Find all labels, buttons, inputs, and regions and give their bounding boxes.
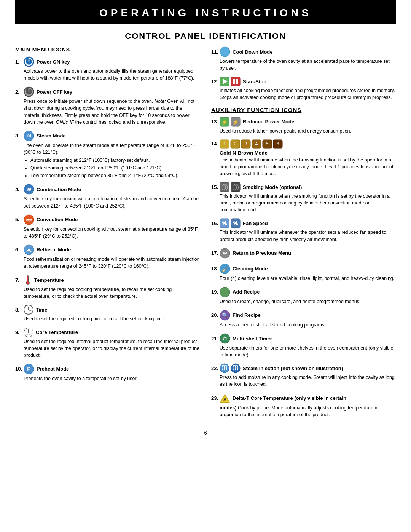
svg-text:↓: ↓ [224,49,226,55]
cool-down-icon: ↓ [220,46,230,57]
svg-point-52 [223,222,226,224]
item-label-23: Delta-T Core Temperature (only visible i… [233,395,346,401]
svg-point-20 [24,307,25,308]
item-label-19: Add Recipe [233,289,260,295]
fan-speed-icon [220,218,241,228]
page-number: 6 [15,430,396,436]
item-body-9: Used to set the required internal produc… [24,338,200,359]
item-body-10: Preheats the oven cavity to a temperatur… [24,375,200,382]
item-label-20: Find Recipe [233,312,261,318]
svg-rect-31 [233,79,235,84]
item-label-22: Steam Injection (not shown on illustrati… [243,366,343,371]
item-label-16: Fan Speed [243,220,268,226]
item-preheat-mode: 10. P Preheat Mode Preheats the oven cav… [15,364,200,382]
time-icon [24,305,33,315]
svg-text:4: 4 [255,141,258,147]
item-body-22: Press to add moisture in any cooking mod… [220,374,396,388]
svg-text:2: 2 [234,141,237,147]
item-num-18: 18. [211,266,218,272]
item-gold-n-brown: 14. 1 2 3 4 5 6 Gold-N-Brown Mode [211,139,396,177]
item-power-on: 1. Power ON key Activates power to the o… [15,56,200,81]
gold-n-brown-icon: 1 2 3 4 5 6 [220,139,283,149]
item-body-21: Use separate timers for one or more shel… [220,345,396,358]
item-num-7: 7. [15,277,22,283]
item-num-6: 6. [15,247,22,252]
item-num-11: 11. [211,49,218,55]
item-label-10: Preheat Mode [37,366,69,372]
item-label-14: Gold-N-Brown Mode [220,150,268,156]
combination-mode-icon: ≋ [24,184,34,195]
item-body-16: This indicator will illuminate whenever … [220,229,396,243]
delta-t-icon: Δ [220,393,230,404]
item-time: 8. Time Used to set the required cooking… [15,305,200,322]
svg-text:+: + [223,289,226,295]
item-body-1: Activates power to the oven and automati… [24,68,200,81]
item-body-15: This indicator will illuminate when the … [220,193,396,213]
temperature-icon [24,275,32,285]
item-num-17: 17. [211,250,218,256]
svg-text:3: 3 [245,141,247,147]
convection-mode-icon: ≋≋ [24,214,34,225]
item-find-recipe: 20. 🔍 Find Recipe Access a menu list of … [211,310,396,328]
item-num-21: 21. [211,336,218,342]
steam-mode-icon [24,131,34,141]
item-num-13: 13. [211,119,218,125]
item-steam-mode: 3. Steam Mode The oven will operate in t… [15,131,200,179]
section-title: CONTROL PANEL IDENTIFICATION [15,31,396,41]
item-body-20: Access a menu list of all stored cooking… [220,321,396,328]
left-column: MAIN MENU ICONS 1. Power ON key Activate… [15,46,200,423]
main-menu-title: MAIN MENU ICONS [15,46,200,53]
item-label-2: Power OFF key [37,89,72,95]
item-num-8: 8. [15,307,22,313]
header-title: OPERATING INSTRUCTIONS [99,7,312,19]
item-num-1: 1. [15,59,22,65]
svg-text:6: 6 [277,141,279,147]
item-body-11: Lowers temperature of the oven cavity at… [220,58,396,72]
item-num-22: 22. [211,366,218,371]
item-body-6: Food rethermalization or reheating mode … [24,256,200,270]
item-label-13: Reduced Power Mode [243,119,294,125]
svg-text:P: P [27,366,30,372]
item-label-5: Convection Mode [37,217,78,222]
item-num-15: 15. [211,184,218,190]
item-body-2: Press once to initiate power shut down s… [24,98,200,126]
item-core-temp: 9. Core Temperature Used to set the requ… [15,328,200,359]
item-num-2: 2. [15,89,22,95]
right-column: 11. ↓ Cool Down Mode Lowers temperature … [211,46,396,423]
item-body-18: Four (4) cleaning levels are available: … [220,275,396,282]
item-temperature: 7. Temperature Used to set the required … [15,275,200,300]
svg-text:1: 1 [223,141,226,147]
item-label-17: Return to Previous Menu [233,250,291,256]
item-delta-t: 23. Δ Delta-T Core Temperature (only vis… [211,393,396,418]
item-label-4: Combination Mode [37,187,81,192]
item-smoking-mode: 15. [211,182,396,213]
reduced-power-icon: ⚡ ⚡ [220,117,241,127]
item-num-10: 10. [15,366,22,372]
two-col-layout: MAIN MENU ICONS 1. Power ON key Activate… [15,46,396,423]
return-menu-icon: ↩ [220,248,230,259]
item-num-19: 19. [211,289,218,295]
svg-text:⏱: ⏱ [223,336,227,342]
svg-point-54 [234,222,237,224]
item-num-4: 4. [15,187,22,192]
svg-text:≋: ≋ [27,187,31,192]
svg-text:⚡: ⚡ [233,119,239,125]
item-cleaning-mode: 18. 🧹 Cleaning Mode Four (4) cleaning le… [211,264,396,282]
svg-rect-30 [231,77,240,86]
item-num-9: 9. [15,329,22,335]
find-recipe-icon: 🔍 [220,310,230,321]
item-start-stop: 12. [211,77,396,101]
svg-text:≋≋: ≋≋ [25,218,32,222]
item-num-3: 3. [15,133,22,139]
item-label-8: Time [36,307,47,313]
item-label-9: Core Temperature [36,329,78,335]
item-num-16: 16. [211,220,218,226]
svg-text:🔍: 🔍 [222,312,229,319]
item-retherm-mode: 6. Retherm Mode Food rethermalization or… [15,244,200,270]
item-body-13: Used to reduce kitchen power peaks and e… [220,128,396,134]
item-label-12: Start/Stop [243,79,266,85]
item-label-7: Temperature [34,277,64,283]
start-stop-icon [220,77,241,86]
item-add-recipe: 19. + Add Recipe Used to create, change,… [211,287,396,305]
svg-rect-15 [27,276,28,282]
